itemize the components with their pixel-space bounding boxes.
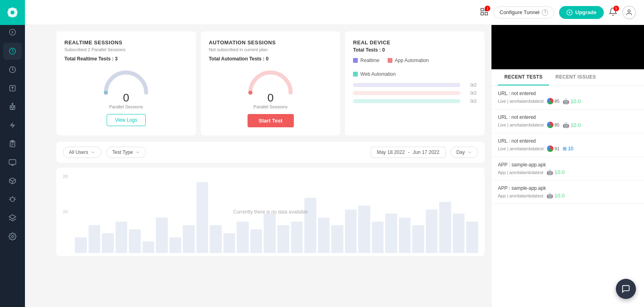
automation-gauge-svg — [244, 66, 297, 95]
chart-bar — [439, 202, 451, 253]
svg-point-0 — [10, 10, 14, 15]
y-label-mid: 10 — [63, 209, 68, 214]
sidebar-item-clipboard[interactable] — [3, 135, 22, 152]
chart-bar — [318, 218, 330, 253]
left-panel: REALTIME SESSIONS Subscribed 2 Parallel … — [50, 25, 491, 307]
svg-point-1 — [10, 29, 16, 35]
banner-image — [491, 25, 644, 69]
progress-row-app: 0/2 — [353, 91, 477, 95]
android-os-badge: 🤖 10.0 — [563, 122, 581, 128]
settings-icon — [8, 232, 17, 241]
tab-recent-tests[interactable]: RECENT TESTS — [498, 69, 549, 85]
start-test-button[interactable]: Start Test — [248, 114, 294, 127]
realtime-parallel-label: Parallel Sessions — [109, 104, 143, 109]
logo-icon — [6, 6, 19, 19]
sidebar-expand-button[interactable] — [0, 25, 25, 39]
clipboard-icon — [8, 140, 17, 148]
test-meta: App | amritalambdatest 🤖 10.0 — [498, 193, 638, 199]
sidebar-item-bug[interactable] — [3, 191, 22, 208]
realtime-progress-bg — [353, 83, 460, 87]
right-panel-tabs: RECENT TESTS RECENT ISSUES — [491, 69, 644, 86]
layers-icon — [8, 214, 17, 222]
legend-row: Realtime App Automation Web Automation — [353, 58, 477, 77]
granularity-filter[interactable]: Day — [450, 147, 478, 158]
users-filter[interactable]: All Users — [63, 147, 101, 158]
chevron-right-icon — [9, 29, 16, 36]
android-os-badge: 🤖 10.0 — [547, 193, 565, 199]
chart-y-labels: 20 10 — [63, 174, 68, 244]
main-content: REALTIME SESSIONS Subscribed 2 Parallel … — [50, 25, 644, 307]
configure-tunnel-button[interactable]: Configure Tunnel ? — [493, 6, 554, 19]
upload-icon — [8, 84, 17, 92]
real-device-total: Total Tests : 0 — [353, 47, 477, 53]
dashboard-icon — [8, 47, 17, 55]
sidebar-item-monitor[interactable] — [3, 154, 22, 171]
svg-rect-30 — [481, 12, 483, 15]
sidebar-item-layers[interactable] — [3, 210, 22, 226]
upgrade-icon — [566, 9, 573, 16]
recent-test-item[interactable]: URL : not entered Live | amritalambdates… — [491, 133, 644, 157]
logo[interactable] — [0, 0, 25, 25]
chevron-down-granularity-icon — [467, 150, 472, 155]
sidebar-item-robot[interactable] — [3, 98, 22, 115]
app-automation-legend-dot — [388, 58, 392, 63]
chat-bubble-button[interactable] — [616, 279, 636, 299]
chart-bar — [89, 225, 101, 253]
user-avatar-button[interactable] — [622, 6, 636, 19]
chart-bar — [412, 225, 424, 253]
tab-recent-issues[interactable]: RECENT ISSUES — [549, 69, 603, 85]
user-icon — [625, 9, 633, 16]
test-type-filter[interactable]: Test Type — [106, 147, 146, 158]
automation-sessions-card: AUTOMATION SESSIONS Not subscribed in cu… — [201, 31, 341, 135]
chart-bar — [116, 222, 128, 253]
recent-test-item[interactable]: APP : sample-app.apk App | amritalambdat… — [491, 180, 644, 204]
users-filter-label: All Users — [69, 149, 88, 155]
chrome-browser-badge: 91 — [547, 145, 559, 152]
sidebar-item-upload[interactable] — [3, 80, 22, 97]
sidebar-nav — [0, 43, 25, 245]
grid-apps-button[interactable]: 1 — [480, 7, 489, 18]
legend-realtime: Realtime — [353, 58, 379, 63]
test-meta: Live | amritalambdatest 85 🤖 10.0 — [498, 98, 638, 104]
realtime-gauge-svg — [100, 66, 152, 95]
notification-button[interactable]: 5 — [609, 7, 617, 18]
chart-no-data-message: Currently there is no data available — [233, 209, 308, 215]
recent-test-item[interactable]: URL : not entered Live | amritalambdates… — [491, 86, 644, 110]
recent-test-item[interactable]: URL : not entered Live | amritalambdates… — [491, 110, 644, 133]
svg-point-27 — [12, 236, 14, 238]
android-os-badge: 🤖 10.0 — [563, 98, 581, 104]
sidebar-item-dashboard[interactable] — [3, 43, 22, 60]
chart-bar — [358, 205, 370, 253]
chart-bar — [426, 210, 438, 253]
chart-bar — [264, 214, 276, 253]
realtime-subtitle: Subscribed 2 Parallel Sessions — [64, 47, 188, 52]
upgrade-button[interactable]: Upgrade — [559, 6, 604, 19]
chevron-down-testtype-icon — [135, 150, 140, 155]
chart-bar — [156, 218, 168, 253]
android-os-badge: 🤖 10.0 — [547, 169, 565, 175]
date-range-picker[interactable]: May 18 2022 - Jun 17 2022 — [371, 147, 445, 158]
chart-bar — [291, 222, 303, 253]
svg-point-7 — [11, 107, 12, 108]
session-cards: REALTIME SESSIONS Subscribed 2 Parallel … — [56, 31, 485, 135]
sidebar-item-lightning[interactable] — [3, 117, 22, 134]
automation-subtitle: Not subscribed in current plan — [209, 47, 332, 52]
sidebar-item-box[interactable] — [3, 172, 22, 189]
sidebar-item-settings[interactable] — [3, 228, 22, 245]
monitor-icon — [8, 158, 17, 166]
granularity-label: Day — [456, 149, 465, 155]
view-logs-button[interactable]: View Logs — [107, 114, 146, 126]
sidebar-item-history[interactable] — [3, 61, 22, 78]
realtime-sessions-card: REALTIME SESSIONS Subscribed 2 Parallel … — [56, 31, 196, 135]
svg-rect-28 — [481, 8, 483, 10]
test-url: URL : not entered — [498, 138, 638, 144]
help-icon: ? — [542, 9, 548, 16]
web-automation-legend-label: Web Automation — [360, 71, 396, 77]
svg-point-8 — [13, 107, 14, 108]
realtime-parallel-value: 0 — [123, 91, 130, 104]
recent-test-item[interactable]: APP : sample-app.apk App | amritalambdat… — [491, 157, 644, 180]
svg-point-35 — [628, 10, 630, 12]
chart-bar — [102, 233, 114, 253]
date-separator: - — [408, 149, 410, 155]
test-url: URL : not entered — [498, 91, 638, 96]
